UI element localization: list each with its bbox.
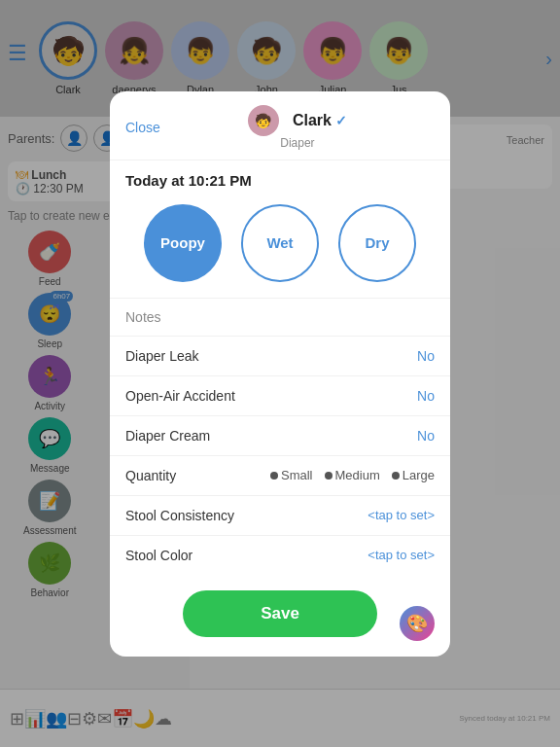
stool-color-label: Stool Color (125, 548, 192, 563)
modal-timestamp: Today at 10:21 PM (110, 160, 450, 196)
stool-color-row[interactable]: Stool Color <tap to set> (110, 535, 450, 575)
quantity-row: Quantity Small Medium Large (110, 455, 450, 495)
qty-small-label: Small (281, 468, 313, 482)
stool-consistency-row[interactable]: Stool Consistency <tap to set> (110, 495, 450, 535)
qty-medium-dot (325, 472, 332, 480)
qty-small[interactable]: Small (270, 468, 313, 482)
modal-close-button[interactable]: Close (125, 120, 160, 135)
qty-large[interactable]: Large (392, 468, 435, 482)
teacher-avatar: 🎨 (400, 606, 435, 641)
diaper-cream-row[interactable]: Diaper Cream No (110, 415, 450, 455)
notes-section: Notes (110, 298, 450, 336)
stool-color-value: <tap to set> (368, 548, 435, 562)
open-air-accident-row[interactable]: Open-Air Accident No (110, 375, 450, 415)
chevron-down-icon[interactable]: ✓ (335, 113, 347, 128)
quantity-label: Quantity (125, 468, 176, 483)
qty-large-dot (392, 472, 400, 480)
diaper-btn-wet[interactable]: Wet (241, 204, 319, 282)
modal-header: Close 🧒 Clark ✓ Diaper (110, 91, 450, 160)
modal-child-name: Clark ✓ (293, 112, 347, 129)
diaper-leak-label: Diaper Leak (125, 348, 199, 364)
save-button[interactable]: Save (183, 590, 377, 637)
diaper-modal: Close 🧒 Clark ✓ Diaper Today at 10:21 PM (110, 91, 450, 657)
diaper-cream-value: No (417, 428, 435, 444)
diaper-btn-dry[interactable]: Dry (338, 204, 416, 282)
notes-label: Notes (125, 309, 161, 325)
diaper-type-selector: Poopy Wet Dry (110, 196, 450, 298)
modal-overlay: Close 🧒 Clark ✓ Diaper Today at 10:21 PM (0, 0, 560, 747)
open-air-accident-value: No (417, 388, 435, 404)
qty-medium-label: Medium (335, 468, 380, 482)
diaper-btn-poopy[interactable]: Poopy (144, 204, 222, 282)
qty-large-label: Large (402, 468, 435, 482)
modal-title-block: 🧒 Clark ✓ Diaper (160, 105, 435, 150)
save-row: Save 🎨 (110, 575, 450, 641)
stool-consistency-value: <tap to set> (368, 508, 435, 522)
diaper-leak-value: No (417, 348, 435, 364)
modal-child-avatar: 🧒 (248, 105, 279, 136)
modal-subtitle: Diaper (280, 136, 314, 150)
quantity-options: Small Medium Large (270, 468, 435, 482)
open-air-accident-label: Open-Air Accident (125, 388, 235, 404)
app-background: ☰ 🧒 Clark 👧 daenerys 👦 Dylan 🧒 John 👦 Ju… (0, 0, 560, 747)
qty-small-dot (270, 472, 278, 480)
qty-medium[interactable]: Medium (325, 468, 380, 482)
stool-consistency-label: Stool Consistency (125, 508, 234, 523)
diaper-cream-label: Diaper Cream (125, 428, 210, 444)
diaper-leak-row[interactable]: Diaper Leak No (110, 336, 450, 375)
